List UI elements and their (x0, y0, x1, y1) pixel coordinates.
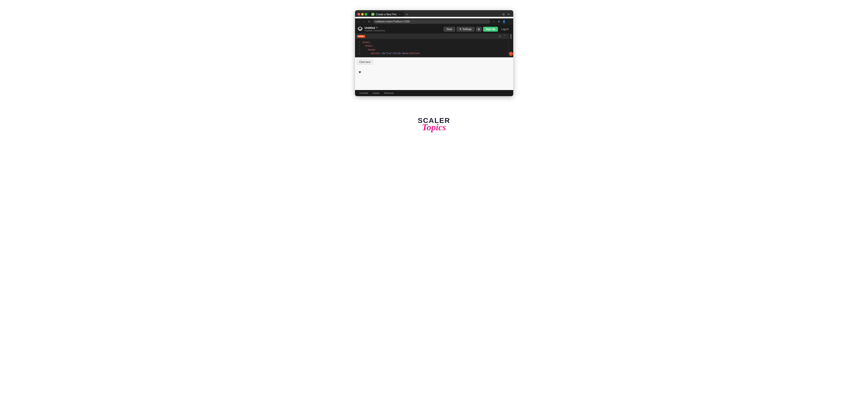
new-tab-button[interactable]: + (405, 12, 409, 16)
window-nav-right: ⧉ ✕ (501, 12, 511, 16)
assets-tab[interactable]: Assets (371, 91, 381, 95)
window-restore-button[interactable]: ⧉ (501, 12, 505, 16)
bottom-bar: Console Assets Shortcuts (355, 90, 513, 96)
browser-controls: CP Create a New Pen × + ⧉ ✕ (358, 12, 511, 17)
browser-window: CP Create a New Pen × + ⧉ ✕ ← → ↻ ☆ ⊕ 👤 (355, 10, 513, 96)
address-bar-row: ← → ↻ ☆ ⊕ 👤 ⋮ (355, 19, 513, 25)
record-button[interactable] (509, 52, 513, 56)
tab-bar: CP Create a New Pen × + (369, 12, 500, 17)
nav-arrows: ← → ↻ (357, 20, 371, 24)
window-buttons (358, 13, 367, 15)
pen-edit-icon[interactable]: ✎ (376, 27, 378, 29)
editor-sidebar (509, 33, 513, 57)
pen-author: Captain Anonymous (365, 29, 441, 32)
pen-title-area: Untitled ✎ Captain Anonymous (365, 26, 441, 32)
expand-icon[interactable]: ⌃ (503, 34, 506, 38)
close-window-button[interactable] (358, 13, 360, 15)
code-editor[interactable]: 1 <html> 2 <html> 3 <body> 4 <button id=… (355, 39, 508, 57)
tab-title: Create a New Pen (376, 13, 397, 16)
shortcuts-tab[interactable]: Shortcuts (382, 91, 396, 95)
scrollbar-thumb[interactable] (510, 34, 512, 39)
minimize-window-button[interactable] (361, 13, 364, 15)
preview-area: Click here (355, 57, 513, 90)
maximize-window-button[interactable] (365, 13, 367, 15)
topics-text: Topics (422, 123, 446, 132)
console-tab[interactable]: Console (358, 91, 370, 95)
more-options-icon[interactable]: ⋮ (507, 20, 511, 24)
code-line-4: 4 <button id="try">Click here</button> (357, 52, 506, 55)
browser-chrome: CP Create a New Pen × + ⧉ ✕ (355, 10, 513, 17)
bookmark-icon[interactable]: ☆ (492, 20, 496, 24)
window-close-button[interactable]: ✕ (506, 12, 511, 16)
grid-button[interactable]: ⊞ (476, 27, 482, 32)
code-line-1: 1 <html> (357, 40, 506, 44)
login-button[interactable]: Log In (499, 27, 511, 32)
address-input[interactable] (373, 20, 490, 24)
browser-actions: ☆ ⊕ 👤 ⋮ (492, 20, 511, 24)
forward-button[interactable]: → (362, 20, 366, 24)
preview-click-here-button[interactable]: Click here (357, 60, 373, 65)
active-tab[interactable]: CP Create a New Pen × (369, 12, 404, 17)
panel-header: HTML ⊙ ⌃ (355, 33, 508, 39)
scaler-logo: SCALER Topics (418, 116, 450, 132)
codepen-logo-icon (358, 27, 363, 32)
html-badge: HTML (357, 35, 365, 38)
html-editor-panel: HTML ⊙ ⌃ 1 <html> 2 <html> 3 <body> (355, 33, 509, 57)
pen-title: Untitled ✎ (365, 26, 441, 29)
toolbar-buttons: Save ⚙ Settings ⊞ Sign Up Log In (443, 27, 511, 32)
codepen-toolbar: Untitled ✎ Captain Anonymous Save ⚙ Sett… (355, 25, 513, 33)
save-button[interactable]: Save (443, 27, 455, 32)
panel-controls: ⊙ ⌃ (498, 34, 506, 38)
reload-button[interactable]: ↻ (367, 20, 371, 24)
format-icon[interactable]: ⊙ (498, 34, 502, 38)
extensions-icon[interactable]: ⊕ (497, 20, 501, 24)
editor-container: HTML ⊙ ⌃ 1 <html> 2 <html> 3 <body> (355, 33, 513, 57)
tab-close-button[interactable]: × (398, 13, 401, 16)
gear-icon: ⚙ (459, 28, 461, 30)
tab-favicon: CP (371, 13, 374, 16)
settings-button[interactable]: ⚙ Settings (457, 27, 474, 32)
signup-button[interactable]: Sign Up (483, 27, 498, 32)
code-line-3: 3 <body> (357, 48, 506, 52)
profile-icon[interactable]: 👤 (502, 20, 506, 24)
cursor-indicator (359, 71, 361, 73)
code-line-2: 2 <html> (357, 44, 506, 48)
back-button[interactable]: ← (357, 20, 361, 24)
